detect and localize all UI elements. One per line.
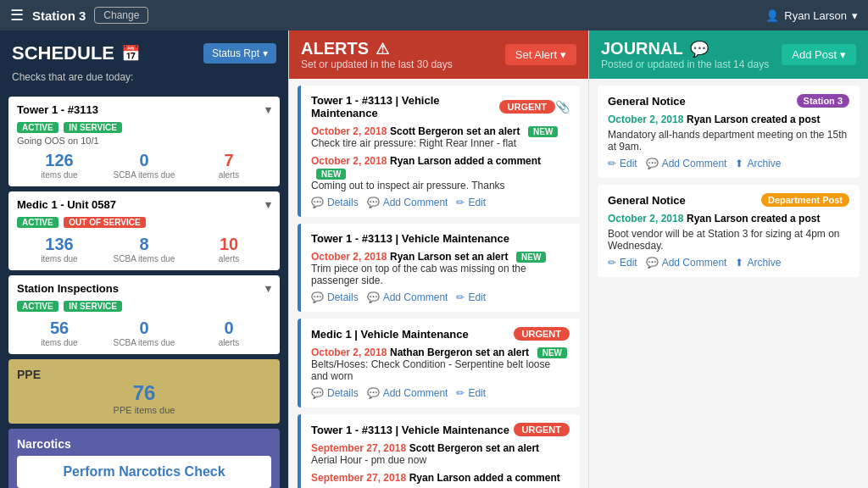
unit-note: Going OOS on 10/1 bbox=[17, 136, 271, 146]
journal-actions: ✏ Edit 💬 Add Comment ⬆ Archive bbox=[608, 257, 849, 269]
comment-icon: 💬 bbox=[367, 387, 380, 399]
narcotics-check-button[interactable]: Perform Narcotics Check bbox=[17, 456, 271, 488]
pencil-icon: ✏ bbox=[456, 291, 465, 303]
alert-card-title: Tower 1 - #3113 | Vehicle Maintenance UR… bbox=[311, 94, 570, 119]
unit-card-header: Medic 1 - Unit 0587 bbox=[17, 198, 271, 211]
details-button[interactable]: 💬 Details bbox=[311, 197, 359, 208]
edit-button[interactable]: ✏ Edit bbox=[456, 291, 486, 303]
alert-actions: 💬 Details 💬 Add Comment ✏ Edit bbox=[311, 197, 570, 208]
journal-panel: JOURNAL 💬 Posted or updated in the last … bbox=[588, 30, 868, 488]
add-comment-button[interactable]: 💬 Add Comment bbox=[367, 197, 448, 208]
comment-icon: 💬 bbox=[367, 291, 380, 303]
archive-button[interactable]: ⬆ Archive bbox=[735, 158, 781, 169]
details-button[interactable]: 💬 Details bbox=[311, 387, 359, 399]
alert-actions: 💬 Details 💬 Add Comment ✏ Edit bbox=[311, 387, 570, 399]
journal-entry: October 2, 2018 Ryan Larson created a po… bbox=[608, 113, 849, 152]
bubble-icon: 💬 bbox=[690, 40, 709, 58]
details-icon: 💬 bbox=[311, 197, 324, 208]
dropdown-icon: ▾ bbox=[263, 47, 268, 59]
edit-button[interactable]: ✏ Edit bbox=[456, 387, 486, 399]
edit-button[interactable]: ✏ Edit bbox=[456, 197, 486, 208]
alert-entry: October 2, 2018 Ryan Larson set an alert… bbox=[311, 250, 570, 286]
chevron-down-icon[interactable] bbox=[265, 103, 271, 116]
journal-header: JOURNAL 💬 Posted or updated in the last … bbox=[589, 30, 868, 79]
journal-card: General Notice Department Post October 2… bbox=[598, 185, 860, 277]
status-rpt-button[interactable]: Status Rpt ▾ bbox=[203, 43, 276, 64]
alerts-panel: ALERTS ⚠ Set or updated in the last 30 d… bbox=[288, 30, 588, 488]
dropdown-icon: ▾ bbox=[840, 48, 846, 61]
unit-card-medic1: Medic 1 - Unit 0587 ACTIVE OUT OF SERVIC… bbox=[8, 191, 280, 270]
details-icon: 💬 bbox=[311, 387, 324, 399]
calendar-icon: 📅 bbox=[121, 44, 140, 63]
details-button[interactable]: 💬 Details bbox=[311, 291, 359, 303]
urgent-badge: URGENT bbox=[514, 423, 570, 436]
scba-due-stat: 8 SCBA items due bbox=[102, 235, 186, 263]
unit-card-header: Station Inspections bbox=[17, 282, 271, 295]
unit-card-station-inspections: Station Inspections ACTIVE IN SERVICE 56… bbox=[8, 275, 280, 354]
archive-button[interactable]: ⬆ Archive bbox=[735, 257, 781, 269]
user-menu[interactable]: 👤 Ryan Larson ▾ bbox=[765, 9, 858, 22]
journal-actions: ✏ Edit 💬 Add Comment ⬆ Archive bbox=[608, 158, 849, 169]
add-post-button[interactable]: Add Post ▾ bbox=[782, 44, 856, 65]
archive-icon: ⬆ bbox=[735, 158, 743, 169]
items-due-label: items due bbox=[17, 170, 102, 180]
alerts-header: ALERTS ⚠ Set or updated in the last 30 d… bbox=[289, 30, 588, 79]
journal-entry: October 2, 2018 Ryan Larson created a po… bbox=[608, 212, 849, 252]
edit-button[interactable]: ✏ Edit bbox=[608, 257, 637, 269]
menu-icon[interactable]: ☰ bbox=[10, 6, 24, 25]
schedule-title: SCHEDULE 📅 bbox=[12, 42, 140, 64]
user-name: Ryan Larson bbox=[784, 9, 847, 22]
edit-button[interactable]: ✏ Edit bbox=[608, 158, 637, 169]
new-badge: NEW bbox=[528, 126, 558, 137]
active-badge: ACTIVE bbox=[17, 217, 58, 228]
active-badge: ACTIVE bbox=[17, 122, 58, 133]
add-comment-button[interactable]: 💬 Add Comment bbox=[367, 291, 448, 303]
scba-due-label: SCBA items due bbox=[102, 170, 186, 180]
add-comment-button[interactable]: 💬 Add Comment bbox=[646, 158, 727, 169]
alerts-subtitle: Set or updated in the last 30 days bbox=[301, 58, 453, 70]
in-service-badge: IN SERVICE bbox=[64, 122, 122, 133]
station3-badge: Station 3 bbox=[797, 94, 849, 108]
alert-card: Tower 1 - #3113 | Vehicle Maintenance UR… bbox=[298, 414, 580, 488]
alert-entry: October 2, 2018 Ryan Larson added a comm… bbox=[311, 154, 570, 191]
items-due-stat: 126 items due bbox=[17, 151, 102, 180]
pencil-icon: ✏ bbox=[456, 197, 465, 208]
unit-card-header: Tower 1 - #3113 bbox=[17, 103, 271, 116]
in-service-badge: IN SERVICE bbox=[64, 301, 122, 312]
out-service-badge: OUT OF SERVICE bbox=[64, 217, 145, 228]
user-icon: 👤 bbox=[765, 9, 779, 22]
alerts-label: alerts bbox=[186, 170, 271, 180]
schedule-header: SCHEDULE 📅 Status Rpt ▾ bbox=[0, 30, 288, 71]
chevron-down-icon[interactable] bbox=[265, 198, 271, 211]
add-comment-button[interactable]: 💬 Add Comment bbox=[367, 387, 448, 399]
alerts-label: alerts bbox=[186, 254, 271, 263]
items-due-label: items due bbox=[17, 338, 102, 347]
items-due-num: 126 bbox=[17, 151, 102, 170]
unit-badges: ACTIVE IN SERVICE bbox=[17, 299, 271, 312]
change-button[interactable]: Change bbox=[94, 7, 148, 24]
urgent-badge: URGENT bbox=[514, 327, 570, 341]
unit-badges: ACTIVE OUT OF SERVICE bbox=[17, 215, 271, 228]
dept-badge: Department Post bbox=[761, 193, 849, 207]
journal-card: General Notice Station 3 October 2, 2018… bbox=[598, 86, 860, 178]
scba-due-num: 0 bbox=[102, 151, 186, 170]
archive-icon: ⬆ bbox=[735, 257, 743, 269]
ppe-card: PPE 76 PPE items due bbox=[8, 359, 280, 424]
scba-due-label: SCBA items due bbox=[102, 254, 186, 263]
alerts-header-left: ALERTS ⚠ Set or updated in the last 30 d… bbox=[301, 39, 453, 70]
alert-entry: September 27, 2018 Ryan Larson added a c… bbox=[311, 471, 570, 484]
pencil-icon: ✏ bbox=[456, 387, 465, 399]
details-icon: 💬 bbox=[311, 291, 324, 303]
alerts-num: 0 bbox=[186, 319, 271, 338]
items-due-num: 136 bbox=[17, 235, 102, 254]
unit-name: Station Inspections bbox=[17, 282, 119, 295]
dropdown-icon: ▾ bbox=[560, 48, 566, 61]
scba-due-label: SCBA items due bbox=[102, 338, 186, 347]
set-alert-button[interactable]: Set Alert ▾ bbox=[505, 44, 576, 65]
alert-card: Medic 1 | Vehicle Maintenance URGENT Oct… bbox=[298, 319, 580, 408]
alert-card-title: Tower 1 - #3113 | Vehicle Maintenance bbox=[311, 232, 570, 245]
chevron-down-icon[interactable] bbox=[265, 282, 271, 295]
add-comment-button[interactable]: 💬 Add Comment bbox=[646, 257, 727, 269]
user-chevron-icon: ▾ bbox=[852, 9, 858, 22]
comment-icon: 💬 bbox=[367, 197, 380, 208]
